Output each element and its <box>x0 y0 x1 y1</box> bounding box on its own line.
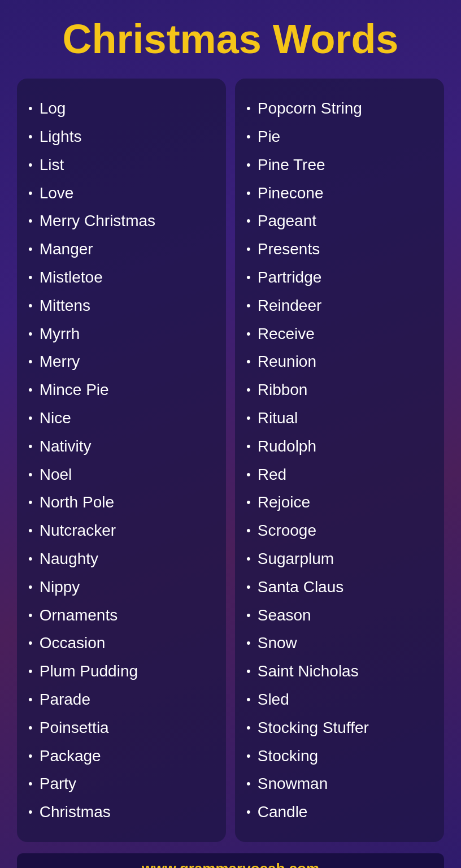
word-text: Reindeer <box>258 295 322 316</box>
list-item: •Merry <box>28 348 215 376</box>
list-item: •Sugarplum <box>246 545 433 573</box>
word-text: Plum Pudding <box>40 661 138 682</box>
list-item: •Nice <box>28 404 215 432</box>
word-text: Manger <box>40 238 93 260</box>
word-text: Nutcracker <box>40 520 116 541</box>
bullet: • <box>28 549 33 568</box>
word-text: Stocking Stuffer <box>258 717 369 739</box>
list-item: •Scrooge <box>246 517 433 545</box>
list-item: •Reunion <box>246 348 433 376</box>
list-item: •Plum Pudding <box>28 657 215 685</box>
page-title: Christmas Words <box>17 17 444 62</box>
word-text: Lights <box>40 126 82 147</box>
list-item: •Snowman <box>246 770 433 798</box>
bullet: • <box>246 747 251 765</box>
word-text: Poinsettia <box>40 717 109 739</box>
list-item: •Rudolph <box>246 432 433 461</box>
bullet: • <box>246 240 251 258</box>
bullet: • <box>246 409 251 427</box>
list-item: •Partridge <box>246 263 433 292</box>
word-text: Ribbon <box>258 379 308 401</box>
list-item: •Ribbon <box>246 376 433 404</box>
list-item: •Mistletoe <box>28 263 215 292</box>
bullet: • <box>246 606 251 624</box>
bullet: • <box>28 184 33 202</box>
bullet: • <box>28 324 33 343</box>
bullet: • <box>246 352 251 371</box>
word-text: Package <box>40 745 101 767</box>
list-item: •Party <box>28 770 215 798</box>
bullet: • <box>28 662 33 680</box>
bullet: • <box>246 549 251 568</box>
bullet: • <box>246 99 251 118</box>
word-text: Red <box>258 464 286 485</box>
bullet: • <box>246 211 251 230</box>
list-item: •Parade <box>28 685 215 714</box>
bullet: • <box>28 802 33 821</box>
bullet: • <box>246 802 251 821</box>
list-item: •Nutcracker <box>28 517 215 545</box>
word-text: Merry <box>40 351 80 372</box>
list-item: •Love <box>28 179 215 207</box>
word-text: Mince Pie <box>40 379 109 401</box>
word-text: Sled <box>258 689 289 710</box>
list-item: •Rejoice <box>246 488 433 517</box>
bullet: • <box>28 493 33 511</box>
list-item: •Season <box>246 601 433 630</box>
list-item: •Christmas <box>28 798 215 826</box>
word-text: Ornaments <box>40 605 118 626</box>
word-text: Candle <box>258 801 308 823</box>
word-text: Mittens <box>40 295 90 316</box>
word-text: Pageant <box>258 210 316 232</box>
word-text: Nice <box>40 407 71 429</box>
list-item: •Pine Tree <box>246 151 433 179</box>
list-item: •Stocking Stuffer <box>246 714 433 742</box>
word-text: Presents <box>258 238 320 260</box>
list-item: •North Pole <box>28 488 215 517</box>
word-text: Occasion <box>40 632 106 654</box>
right-column: •Popcorn String•Pie•Pine Tree•Pinecone•P… <box>235 79 444 842</box>
list-item: •Package <box>28 742 215 770</box>
list-item: •Pinecone <box>246 179 433 207</box>
bullet: • <box>28 380 33 399</box>
bullet: • <box>28 409 33 427</box>
word-text: Scrooge <box>258 520 316 541</box>
word-text: Party <box>40 773 76 795</box>
word-text: Nativity <box>40 436 92 457</box>
list-item: •Nippy <box>28 573 215 601</box>
bullet: • <box>246 268 251 287</box>
word-text: Pine Tree <box>258 154 325 176</box>
list-item: •Red <box>246 461 433 489</box>
word-text: Ritual <box>258 407 298 429</box>
bullet: • <box>246 437 251 455</box>
word-text: Snow <box>258 632 297 654</box>
list-item: •Mince Pie <box>28 376 215 404</box>
bullet: • <box>246 296 251 315</box>
bullet: • <box>28 268 33 287</box>
bullet: • <box>246 633 251 652</box>
bullet: • <box>28 99 33 118</box>
word-text: Pinecone <box>258 183 324 204</box>
bullet: • <box>28 774 33 793</box>
word-text: Reunion <box>258 351 316 372</box>
footer-url: www.grammarvocab.com <box>142 860 319 868</box>
word-text: Santa Claus <box>258 576 344 598</box>
word-text: Merry Christmas <box>40 210 155 232</box>
bullet: • <box>28 690 33 709</box>
bullet: • <box>28 155 33 174</box>
bullet: • <box>246 493 251 511</box>
word-text: Stocking <box>258 745 318 767</box>
list-item: •Saint Nicholas <box>246 657 433 685</box>
word-text: Noel <box>40 464 72 485</box>
word-text: Rudolph <box>258 436 316 457</box>
list-item: •List <box>28 151 215 179</box>
bullet: • <box>28 296 33 315</box>
bullet: • <box>28 211 33 230</box>
word-text: Mistletoe <box>40 267 103 288</box>
bullet: • <box>28 718 33 737</box>
bullet: • <box>246 380 251 399</box>
list-item: •Naughty <box>28 545 215 573</box>
list-item: •Candle <box>246 798 433 826</box>
bullet: • <box>28 606 33 624</box>
list-item: •Stocking <box>246 742 433 770</box>
